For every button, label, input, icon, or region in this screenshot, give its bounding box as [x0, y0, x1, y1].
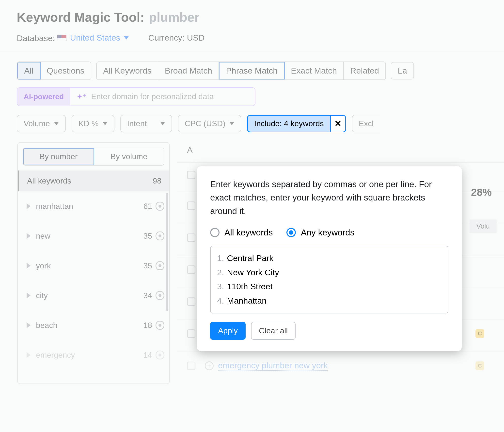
filters-row: Volume KD % Intent CPC (USD) Include: 4 … — [0, 106, 504, 132]
chevron-down-icon — [54, 122, 59, 125]
sidebar-item-city[interactable]: city34 — [18, 281, 169, 310]
row-checkbox[interactable] — [187, 265, 195, 274]
intent-badge: C — [475, 361, 484, 370]
tool-query-value: plumber — [149, 10, 199, 25]
include-clear-button[interactable]: ✕ — [330, 115, 346, 132]
column-volume-partial: Volu — [470, 219, 497, 233]
sidebar-all-count: 98 — [153, 176, 161, 185]
clear-all-button[interactable]: Clear all — [251, 322, 296, 340]
page-header: Keyword Magic Tool: plumber Database: Un… — [0, 0, 504, 53]
tab-group-match: All Keywords Broad Match Phrase Match Ex… — [96, 62, 386, 80]
tab-related[interactable]: Related — [344, 62, 385, 79]
sidebar-item-manhattan[interactable]: manhattan61 — [18, 191, 169, 221]
keyword-groups-sidebar: By number By volume All keywords 98 manh… — [17, 142, 170, 384]
filter-volume[interactable]: Volume — [17, 115, 66, 132]
chevron-right-icon — [27, 233, 31, 239]
radio-icon — [210, 228, 220, 237]
sidebar-item-new[interactable]: new35 — [18, 221, 169, 251]
tab-group-scope: All Questions — [17, 62, 91, 80]
radio-all-keywords[interactable]: All keywords — [210, 228, 273, 237]
include-keywords-popover: Enter keywords separated by commas or on… — [197, 166, 462, 351]
filter-cpc[interactable]: CPC (USD) — [178, 115, 241, 132]
match-type-tabs: All Questions All Keywords Broad Match P… — [0, 53, 504, 80]
eye-icon[interactable] — [156, 202, 164, 211]
radio-any-keywords[interactable]: Any keywords — [286, 228, 354, 237]
database-value: United States — [70, 33, 120, 43]
chevron-right-icon — [27, 263, 31, 269]
row-checkbox[interactable] — [187, 233, 195, 242]
sidebar-item-emergency[interactable]: emergency14 — [18, 340, 169, 370]
chevron-down-icon — [103, 122, 108, 125]
tab-exact-match[interactable]: Exact Match — [284, 62, 344, 79]
chevron-right-icon — [27, 352, 31, 358]
tab-broad-match[interactable]: Broad Match — [158, 62, 219, 79]
popover-instructions: Enter keywords separated by commas or on… — [210, 178, 448, 218]
database-label: Database: — [17, 33, 55, 43]
row-checkbox[interactable] — [187, 362, 195, 370]
row-checkbox[interactable] — [187, 297, 195, 306]
plus-icon[interactable]: + — [205, 361, 214, 370]
sidebar-scrollbar[interactable] — [166, 193, 168, 311]
apply-button[interactable]: Apply — [210, 322, 246, 340]
filter-intent[interactable]: Intent — [120, 115, 172, 132]
intent-badge: C — [475, 329, 484, 338]
sidebar-all-label: All keywords — [27, 176, 71, 185]
row-checkbox[interactable] — [187, 201, 195, 210]
tab-all[interactable]: All — [17, 62, 41, 80]
eye-icon[interactable] — [156, 231, 164, 240]
chevron-down-icon — [124, 36, 129, 40]
chevron-down-icon — [229, 122, 234, 125]
chevron-right-icon — [27, 322, 31, 328]
currency-label: Currency: USD — [148, 33, 205, 43]
chevron-right-icon — [27, 293, 31, 298]
tab-phrase-match[interactable]: Phrase Match — [219, 62, 285, 80]
tab-all-keywords[interactable]: All Keywords — [97, 62, 158, 79]
metric-value-partial: 28% — [471, 186, 492, 198]
filter-kd[interactable]: KD % — [72, 115, 114, 132]
eye-icon[interactable] — [156, 321, 164, 330]
sidebar-sort-toggle: By number By volume — [23, 148, 164, 166]
popover-mode-radios: All keywords Any keywords — [210, 228, 448, 237]
results-header-partial: A — [187, 145, 193, 155]
tab-group-cutoff: La — [391, 62, 414, 79]
sidebar-item-beach[interactable]: beach18 — [18, 310, 169, 340]
sidebar-all-keywords-row[interactable]: All keywords 98 — [18, 170, 169, 191]
ai-domain-box: AI-powered ✦⁺ — [17, 87, 255, 106]
select-all-checkbox[interactable] — [187, 171, 195, 179]
page-title: Keyword Magic Tool: plumber — [17, 10, 487, 25]
eye-icon[interactable] — [156, 291, 164, 300]
sort-by-volume[interactable]: By volume — [94, 148, 164, 165]
include-keywords-textarea[interactable]: 1.Central Park 2.New York City 3.110th S… — [210, 246, 448, 313]
tab-questions[interactable]: Questions — [40, 62, 91, 79]
domain-input[interactable] — [91, 92, 249, 101]
keyword-link[interactable]: emergency plumber new york — [218, 361, 328, 371]
tool-name-label: Keyword Magic Tool: — [17, 10, 144, 25]
sort-by-number[interactable]: By number — [23, 148, 94, 165]
radio-icon — [286, 228, 296, 237]
sidebar-item-york[interactable]: york35 — [18, 251, 169, 281]
include-keywords-pill[interactable]: Include: 4 keywords — [247, 115, 330, 132]
eye-icon[interactable] — [156, 351, 164, 359]
app-root: Keyword Magic Tool: plumber Database: Un… — [0, 0, 504, 432]
chevron-down-icon — [160, 122, 165, 125]
ai-powered-badge: AI-powered — [17, 88, 70, 105]
filter-include-active: Include: 4 keywords ✕ — [247, 115, 346, 132]
database-selector[interactable]: Database: United States — [17, 33, 129, 43]
flag-us-icon — [57, 35, 66, 41]
eye-icon[interactable] — [156, 261, 164, 270]
sidebar-group-list: manhattan61 new35 york35 city34 beach18 … — [18, 191, 169, 370]
chevron-right-icon — [27, 203, 31, 209]
filter-exclude-partial[interactable]: Excl — [352, 115, 380, 132]
sparkle-icon: ✦⁺ — [77, 92, 87, 101]
row-checkbox[interactable] — [187, 329, 195, 338]
tab-partial[interactable]: La — [391, 62, 413, 79]
